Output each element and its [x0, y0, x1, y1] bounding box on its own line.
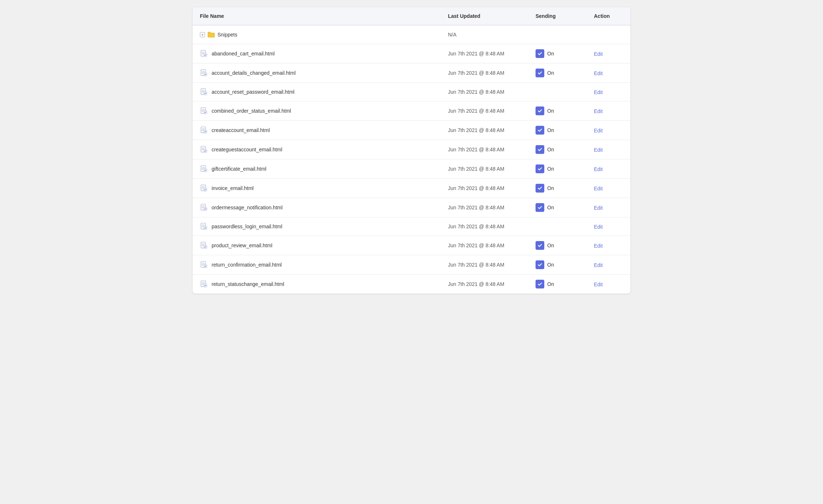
file-icon	[200, 88, 208, 96]
on-label: On	[547, 262, 554, 268]
file-name-label: return_confirmation_email.html	[212, 262, 282, 268]
file-name-cell: + Snippets	[193, 25, 441, 44]
checkbox-checked-icon[interactable]	[536, 69, 544, 77]
file-name-label: account_reset_password_email.html	[212, 89, 294, 95]
checkbox-checked-icon[interactable]	[536, 184, 544, 193]
on-label: On	[547, 243, 554, 248]
file-icon	[200, 126, 208, 134]
file-icon	[200, 203, 208, 212]
sending-cell: On	[528, 63, 587, 83]
column-header-filename: File Name	[193, 7, 441, 25]
edit-link[interactable]: Edit	[594, 51, 603, 57]
file-icon	[200, 69, 208, 77]
table-row: combined_order_status_email.html Jun 7th…	[193, 101, 630, 121]
checkbox-checked-icon[interactable]	[536, 49, 544, 58]
checkbox-checked-icon[interactable]	[536, 280, 544, 288]
table-header-row: File Name Last Updated Sending Action	[193, 7, 630, 25]
file-name-label: createaccount_email.html	[212, 127, 270, 133]
action-cell: Edit	[587, 159, 630, 179]
file-name-cell: combined_order_status_email.html	[193, 101, 441, 121]
sending-cell: On	[528, 255, 587, 275]
on-label: On	[547, 51, 554, 57]
file-table-container: File Name Last Updated Sending Action + …	[193, 7, 630, 294]
table-row: account_reset_password_email.html Jun 7t…	[193, 83, 630, 101]
file-icon	[200, 107, 208, 115]
edit-link[interactable]: Edit	[594, 243, 603, 249]
table-row: product_review_email.html Jun 7th 2021 @…	[193, 236, 630, 255]
file-name-label: product_review_email.html	[212, 243, 273, 248]
action-cell: Edit	[587, 255, 630, 275]
file-name-label: giftcertificate_email.html	[212, 166, 266, 172]
checkbox-checked-icon[interactable]	[536, 126, 544, 135]
file-name-cell: abandoned_cart_email.html	[193, 44, 441, 63]
file-name-cell: return_statuschange_email.html	[193, 275, 441, 294]
edit-link[interactable]: Edit	[594, 224, 603, 230]
checkbox-checked-icon[interactable]	[536, 241, 544, 250]
file-name-label: combined_order_status_email.html	[212, 108, 291, 114]
on-label: On	[547, 147, 554, 152]
file-icon	[200, 165, 208, 173]
last-updated-cell: Jun 7th 2021 @ 8:48 AM	[441, 198, 528, 217]
file-name-label: createguestaccount_email.html	[212, 147, 282, 152]
edit-link[interactable]: Edit	[594, 128, 603, 133]
file-name-label: passwordless_login_email.html	[212, 224, 282, 229]
action-cell: Edit	[587, 140, 630, 159]
on-label: On	[547, 281, 554, 287]
column-header-action: Action	[587, 7, 630, 25]
column-header-last-updated: Last Updated	[441, 7, 528, 25]
expand-icon[interactable]: +	[200, 32, 205, 37]
checkbox-checked-icon[interactable]	[536, 106, 544, 115]
edit-link[interactable]: Edit	[594, 70, 603, 76]
checkbox-checked-icon[interactable]	[536, 164, 544, 173]
checkbox-checked-icon[interactable]	[536, 203, 544, 212]
table-row: invoice_email.html Jun 7th 2021 @ 8:48 A…	[193, 179, 630, 198]
sending-cell: On	[528, 236, 587, 255]
edit-link[interactable]: Edit	[594, 186, 603, 191]
table-row: createguestaccount_email.html Jun 7th 20…	[193, 140, 630, 159]
file-name-label: abandoned_cart_email.html	[212, 51, 275, 57]
last-updated-cell: Jun 7th 2021 @ 8:48 AM	[441, 255, 528, 275]
action-cell: Edit	[587, 198, 630, 217]
edit-link[interactable]: Edit	[594, 205, 603, 211]
file-name-cell: account_details_changed_email.html	[193, 63, 441, 83]
sending-cell	[528, 25, 587, 44]
action-cell: Edit	[587, 83, 630, 101]
sending-cell	[528, 217, 587, 236]
on-label: On	[547, 166, 554, 172]
on-label: On	[547, 185, 554, 191]
table-row: passwordless_login_email.html Jun 7th 20…	[193, 217, 630, 236]
table-row: account_details_changed_email.html Jun 7…	[193, 63, 630, 83]
action-cell: Edit	[587, 63, 630, 83]
sending-cell: On	[528, 198, 587, 217]
file-name-cell: giftcertificate_email.html	[193, 159, 441, 179]
last-updated-cell: Jun 7th 2021 @ 8:48 AM	[441, 140, 528, 159]
sending-cell: On	[528, 140, 587, 159]
file-name-cell: passwordless_login_email.html	[193, 217, 441, 236]
checkbox-checked-icon[interactable]	[536, 145, 544, 154]
table-row: abandoned_cart_email.html Jun 7th 2021 @…	[193, 44, 630, 63]
file-icon	[200, 50, 208, 58]
sending-cell: On	[528, 159, 587, 179]
table-row: giftcertificate_email.html Jun 7th 2021 …	[193, 159, 630, 179]
action-cell	[587, 25, 630, 44]
file-name-cell: product_review_email.html	[193, 236, 441, 255]
file-name-label: invoice_email.html	[212, 185, 254, 191]
last-updated-cell: Jun 7th 2021 @ 8:48 AM	[441, 121, 528, 140]
checkbox-checked-icon[interactable]	[536, 260, 544, 269]
edit-link[interactable]: Edit	[594, 89, 603, 95]
last-updated-cell: Jun 7th 2021 @ 8:48 AM	[441, 179, 528, 198]
file-icon	[200, 184, 208, 192]
edit-link[interactable]: Edit	[594, 108, 603, 114]
action-cell: Edit	[587, 236, 630, 255]
sending-cell: On	[528, 44, 587, 63]
table-row: createaccount_email.html Jun 7th 2021 @ …	[193, 121, 630, 140]
file-name-label: ordermessage_notification.html	[212, 205, 283, 210]
table-row: return_statuschange_email.html Jun 7th 2…	[193, 275, 630, 294]
edit-link[interactable]: Edit	[594, 282, 603, 287]
action-cell: Edit	[587, 275, 630, 294]
edit-link[interactable]: Edit	[594, 262, 603, 268]
edit-link[interactable]: Edit	[594, 147, 603, 153]
file-name-cell: account_reset_password_email.html	[193, 83, 441, 101]
edit-link[interactable]: Edit	[594, 166, 603, 172]
last-updated-cell: Jun 7th 2021 @ 8:48 AM	[441, 63, 528, 83]
